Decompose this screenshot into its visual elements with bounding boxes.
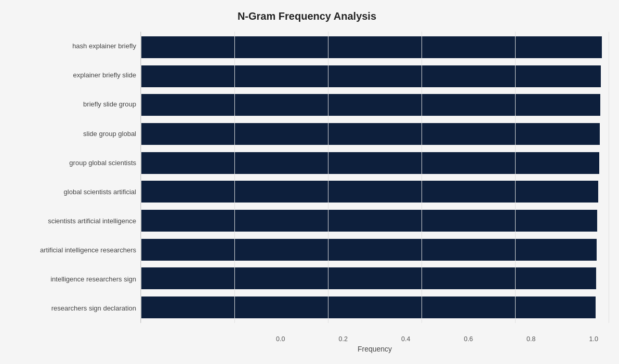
bar [141, 152, 599, 174]
y-label: hash explainer briefly [5, 32, 136, 61]
bar [141, 36, 602, 58]
bar-row [141, 265, 609, 291]
y-label: group global scientists [5, 148, 136, 177]
bar [141, 239, 597, 261]
x-tick: 0.8 [526, 335, 535, 343]
bar-row [141, 121, 609, 147]
y-label: slide group global [5, 119, 136, 148]
bar-row [141, 63, 609, 89]
x-axis-label: Frequency [141, 345, 609, 353]
y-label: intelligence researchers sign [5, 265, 136, 294]
bar-row [141, 34, 609, 60]
bar [141, 296, 596, 318]
plot-area: 0.00.20.40.60.81.0 Frequency [140, 32, 609, 323]
grid-line [328, 32, 328, 323]
bar-row [141, 208, 609, 234]
x-tick: 1.0 [589, 335, 598, 343]
grid-line [234, 32, 235, 323]
bar-row [141, 237, 609, 263]
x-tick: 0.4 [401, 335, 410, 343]
grid-line [422, 32, 422, 323]
bar-row [141, 92, 609, 118]
bar [141, 210, 597, 232]
grid-line [609, 32, 609, 323]
bars-wrapper [141, 32, 609, 323]
x-tick: 0.0 [276, 335, 285, 343]
y-label: explainer briefly slide [5, 61, 136, 90]
y-label: researchers sign declaration [5, 294, 136, 323]
bar [141, 94, 600, 116]
bar-row [141, 179, 609, 205]
grid-line [141, 32, 141, 323]
y-label: scientists artificial intelligence [5, 207, 136, 236]
x-axis: 0.00.20.40.60.81.0 [276, 335, 598, 343]
chart-container: N-Gram Frequency Analysis hash explainer… [0, 0, 619, 364]
bar [141, 181, 598, 203]
bar-row [141, 150, 609, 176]
y-axis: hash explainer brieflyexplainer briefly … [5, 32, 140, 323]
bar-row [141, 294, 609, 320]
chart-area: hash explainer brieflyexplainer briefly … [5, 32, 609, 323]
y-label: briefly slide group [5, 90, 136, 119]
x-tick: 0.2 [339, 335, 348, 343]
bar [141, 123, 600, 145]
chart-title: N-Gram Frequency Analysis [5, 10, 609, 22]
y-label: global scientists artificial [5, 177, 136, 206]
grid-line [515, 32, 516, 323]
bar [141, 267, 596, 289]
bar [141, 65, 601, 87]
y-label: artificial intelligence researchers [5, 236, 136, 265]
x-tick: 0.6 [464, 335, 473, 343]
